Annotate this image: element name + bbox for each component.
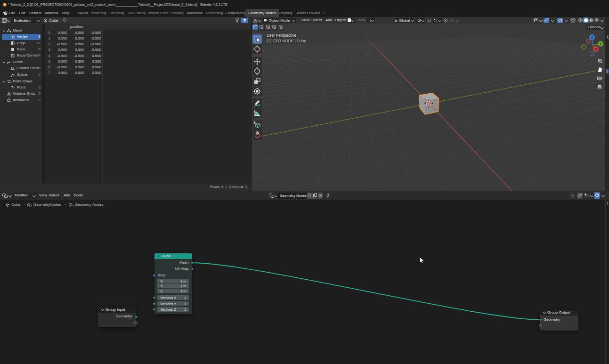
svg-text:Z: Z	[591, 36, 593, 39]
svg-text:X: X	[595, 48, 597, 51]
svg-text:Y: Y	[600, 42, 602, 46]
